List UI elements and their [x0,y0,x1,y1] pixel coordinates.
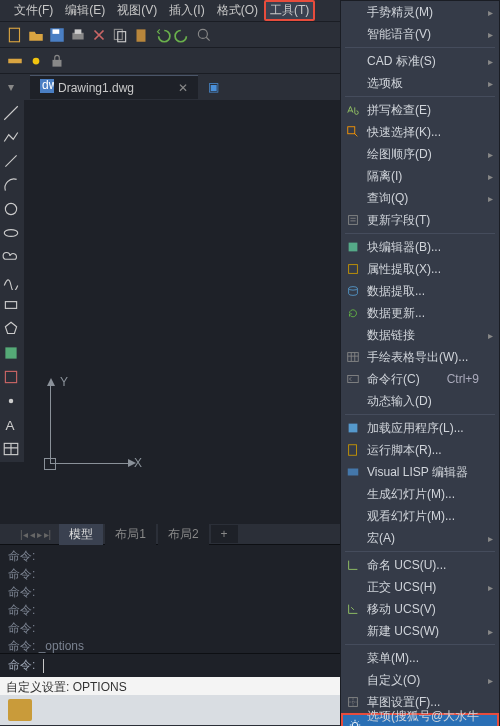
svg-point-19 [9,399,14,404]
menu-item[interactable]: 移动 UCS(V) [341,598,499,620]
menu-item[interactable]: 数据提取... [341,280,499,302]
save-icon[interactable] [48,26,66,44]
menu-item[interactable]: 正交 UCS(H) [341,576,499,598]
svg-point-14 [5,203,16,214]
menu-item[interactable]: 属性提取(X)... [341,258,499,280]
tab-layout2[interactable]: 布局2 [158,524,209,545]
text-icon[interactable]: A [2,416,20,434]
new-tab-icon[interactable]: ▣ [208,80,219,94]
undo-icon[interactable] [153,26,171,44]
menu-item-label: 数据链接 [367,327,415,344]
menu-view[interactable]: 视图(V) [111,0,163,21]
menu-item[interactable]: 选项(搜狐号@大水牛测绘 [341,713,499,726]
menu-item-label: 运行脚本(R)... [367,442,442,459]
zoom-icon[interactable] [195,26,213,44]
menu-item[interactable]: 自定义(O) [341,669,499,691]
menu-item[interactable]: 绘图顺序(D) [341,143,499,165]
ellipse-icon[interactable] [2,224,20,242]
menu-item[interactable]: 命名 UCS(U)... [341,554,499,576]
menu-item[interactable]: 生成幻灯片(M)... [341,483,499,505]
menu-item[interactable]: 数据更新... [341,302,499,324]
menu-item[interactable]: 命令行(C)Ctrl+9 [341,368,499,390]
layer-icon[interactable] [6,52,24,70]
point-icon[interactable] [2,392,20,410]
svg-point-15 [4,230,18,237]
open-icon[interactable] [27,26,45,44]
polyline-icon[interactable] [2,128,20,146]
menu-item[interactable]: 数据链接 [341,324,499,346]
polygon-icon[interactable] [2,320,20,338]
qsel-icon [346,125,360,139]
menu-item[interactable]: 宏(A) [341,527,499,549]
print-icon[interactable] [69,26,87,44]
menu-item[interactable]: 快速选择(K)... [341,121,499,143]
region-icon[interactable] [2,368,20,386]
svg-text:A: A [5,418,14,433]
svg-rect-11 [53,59,62,66]
cut-icon[interactable] [90,26,108,44]
spline-icon[interactable] [2,272,20,290]
new-icon[interactable] [6,26,24,44]
ray-icon[interactable] [2,152,20,170]
menu-item[interactable]: 选项板 [341,72,499,94]
redo-icon[interactable] [174,26,192,44]
table-icon[interactable] [2,440,20,458]
tab-chevron-icon[interactable]: ▾ [8,80,14,94]
menu-item[interactable]: 手势精灵(M) [341,1,499,23]
menu-item-label: 正交 UCS(H) [367,579,436,596]
menu-item[interactable]: 智能语音(V) [341,23,499,45]
copy-icon[interactable] [111,26,129,44]
menu-item[interactable]: 加载应用程序(L)... [341,417,499,439]
rect-icon[interactable] [2,296,20,314]
menu-item[interactable]: 运行脚本(R)... [341,439,499,461]
menu-item-label: 选项(搜狐号@大水牛测绘 [367,708,491,726]
hatch-icon[interactable] [2,344,20,362]
ucs-x-label: X [134,456,142,470]
menu-tools[interactable]: 工具(T) [264,0,315,21]
tab-layout1[interactable]: 布局1 [105,524,156,545]
menu-item[interactable]: 动态输入(D) [341,390,499,412]
cloud-icon[interactable] [2,248,20,266]
svg-rect-28 [348,376,359,383]
line-icon[interactable] [2,104,20,122]
menu-item[interactable]: Visual LISP 编辑器 [341,461,499,483]
menu-edit[interactable]: 编辑(E) [59,0,111,21]
sketch-icon [346,695,360,709]
close-icon[interactable]: ✕ [178,81,188,95]
menu-item[interactable]: 更新字段(T) [341,209,499,231]
menu-item[interactable]: 拼写检查(E) [341,99,499,121]
menu-item[interactable]: 新建 UCS(W) [341,620,499,642]
menu-item[interactable]: CAD 标准(S) [341,50,499,72]
shortcut-label: Ctrl+9 [447,372,479,386]
menu-item-label: 命名 UCS(U)... [367,557,446,574]
tab-model[interactable]: 模型 [59,524,103,545]
layout-nav[interactable]: |◂◂▸▸| [20,529,51,540]
menu-insert[interactable]: 插入(I) [163,0,210,21]
svg-rect-18 [5,371,16,382]
menu-item[interactable]: 查询(Q) [341,187,499,209]
menu-item-label: 命令行(C) [367,371,420,388]
lisp-icon [346,465,360,479]
file-tab[interactable]: dwg Drawing1.dwg ✕ [30,75,198,99]
menu-format[interactable]: 格式(O) [211,0,264,21]
dwg-icon: dwg [40,79,54,96]
menu-item-label: 动态输入(D) [367,393,432,410]
menu-item-label: 数据更新... [367,305,425,322]
explorer-icon[interactable] [8,699,32,721]
circle-icon[interactable] [2,200,20,218]
lock-icon[interactable] [48,52,66,70]
tab-add[interactable]: + [211,525,238,543]
paste-icon[interactable] [132,26,150,44]
svg-rect-24 [349,243,358,252]
menu-item[interactable]: 手绘表格导出(W)... [341,346,499,368]
menu-item[interactable]: 隔离(I) [341,165,499,187]
menu-item-label: 绘图顺序(D) [367,146,432,163]
menu-item-label: 更新字段(T) [367,212,430,229]
arc-icon[interactable] [2,176,20,194]
light-icon[interactable] [27,52,45,70]
menu-item[interactable]: 观看幻灯片(M)... [341,505,499,527]
menu-item[interactable]: 菜单(M)... [341,647,499,669]
menu-item[interactable]: 块编辑器(B)... [341,236,499,258]
menu-item-label: 隔离(I) [367,168,402,185]
menu-file[interactable]: 文件(F) [8,0,59,21]
